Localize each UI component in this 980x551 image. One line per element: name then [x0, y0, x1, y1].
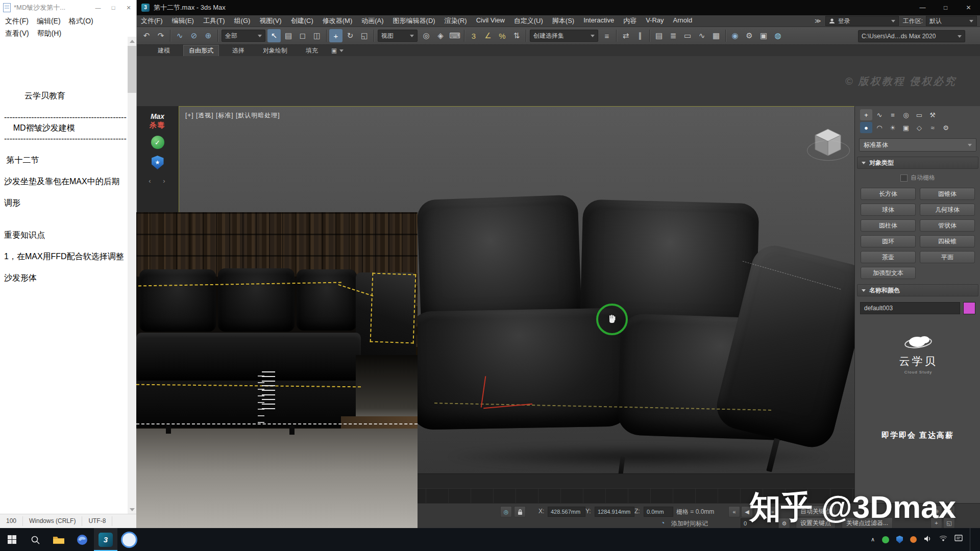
go-to-start-icon[interactable]: « [728, 506, 740, 517]
percent-snap-icon[interactable]: % [496, 29, 509, 42]
add-time-tag[interactable]: 添加时间标记 [671, 519, 708, 528]
primitive-button[interactable]: 球体 [861, 204, 916, 216]
primitive-button[interactable]: 圆锥体 [920, 188, 975, 200]
undo-icon[interactable]: ↶ [140, 29, 153, 42]
search-button[interactable] [23, 528, 47, 551]
y-coordinate-field[interactable]: 1284.914mm [595, 507, 634, 517]
virus-scan-icon[interactable]: ✓ [151, 136, 164, 149]
mirror-icon[interactable]: ⇄ [619, 29, 632, 42]
tab-populate[interactable]: 填充 [301, 45, 323, 56]
schematic-view-icon[interactable]: ▦ [709, 29, 723, 42]
menu-item[interactable]: V-Ray [641, 16, 668, 26]
scroll-up-icon[interactable] [130, 40, 135, 43]
render-production-icon[interactable]: ◍ [771, 29, 785, 42]
bind-to-space-warp-icon[interactable]: ⊕ [202, 29, 215, 42]
start-button[interactable] [0, 528, 23, 551]
primitive-button[interactable]: 圆柱体 [861, 219, 916, 232]
menu-item[interactable]: 编辑(E) [33, 15, 65, 28]
ribbon-toggle-icon[interactable]: ▭ [681, 29, 694, 42]
primitive-button[interactable]: 长方体 [861, 188, 916, 200]
keyboard-override-icon[interactable]: ⌨ [448, 29, 461, 42]
3dsmax-taskbar-button[interactable]: 3 [94, 528, 117, 551]
select-and-rotate-icon[interactable]: ↻ [344, 29, 357, 42]
notepad-titlebar[interactable]: *MD皱沙发第十... — □ ✕ [0, 0, 136, 15]
viewport-label[interactable]: [+] [透视] [标准] [默认明暗处理] [185, 111, 280, 120]
messenger-tray-icon[interactable] [882, 536, 889, 543]
object-name-field[interactable]: default003 [860, 302, 960, 314]
volume-icon[interactable] [924, 535, 932, 544]
align-icon[interactable]: ∥ [633, 29, 647, 42]
workspace-dropdown[interactable]: 默认 [926, 16, 977, 26]
snaps-toggle-icon[interactable]: 3 [467, 29, 480, 42]
edit-named-sets-icon[interactable]: ≡ [600, 29, 614, 42]
select-object-icon[interactable]: ↖ [267, 29, 281, 42]
display-tab-icon[interactable]: ▭ [913, 109, 925, 120]
z-coordinate-field[interactable]: 0.0mm [644, 507, 673, 517]
menu-item[interactable]: 视图(V) [255, 16, 286, 26]
primitive-button[interactable]: 平面 [920, 251, 975, 263]
plugin-nav-arrows[interactable]: ‹ › [136, 177, 179, 185]
browser-button[interactable] [70, 528, 94, 551]
close-button[interactable]: ✕ [121, 0, 136, 15]
menu-item[interactable]: Interactive [579, 16, 619, 26]
modify-tab-icon[interactable]: ∿ [873, 109, 886, 120]
menu-item[interactable]: 修改器(M) [318, 16, 357, 26]
vertical-scrollbar[interactable] [128, 37, 136, 514]
select-by-name-icon[interactable]: ▤ [282, 29, 295, 42]
create-tab-icon[interactable]: + [860, 109, 872, 120]
lights-icon[interactable]: ☀ [887, 122, 899, 133]
primitive-button[interactable]: 茶壶 [861, 251, 916, 263]
menu-item[interactable]: Civil View [472, 16, 509, 26]
selection-region-icon[interactable]: ◻ [296, 29, 309, 42]
scene-explorer-icon[interactable]: ▤ [652, 29, 666, 42]
autogrid-checkbox[interactable] [900, 174, 908, 182]
login-dropdown[interactable]: 登录 [825, 16, 899, 26]
menu-item[interactable]: 创建(C) [286, 16, 318, 26]
helpers-icon[interactable]: ◇ [913, 122, 925, 133]
menu-overflow-icon[interactable]: ≫ [815, 17, 821, 24]
select-and-scale-icon[interactable]: ◱ [358, 29, 371, 42]
reference-coordinate-dropdown[interactable]: 视图 [378, 30, 418, 42]
window-crossing-icon[interactable]: ◫ [310, 29, 324, 42]
autogrid-row[interactable]: 自动栅格 [855, 173, 980, 182]
menu-item[interactable]: Arnold [669, 16, 697, 26]
tray-expand-icon[interactable]: ∧ [871, 536, 875, 543]
menu-item[interactable]: 图形编辑器(D) [388, 16, 440, 26]
tab-object-paint[interactable]: 对象绘制 [258, 45, 292, 56]
project-path-dropdown[interactable]: C:\Users\Ad…ds Max 2020 [858, 30, 965, 42]
shapes-icon[interactable]: ◠ [873, 122, 886, 133]
network-icon[interactable] [939, 535, 947, 544]
angle-snap-icon[interactable]: ∠ [481, 29, 495, 42]
menu-item[interactable]: 文件(F) [1, 15, 33, 28]
shield-icon[interactable]: ★ [152, 156, 164, 169]
tab-selection[interactable]: 选择 [227, 45, 250, 56]
viewcube[interactable] [806, 122, 850, 165]
menu-item[interactable]: 渲染(R) [440, 16, 472, 26]
rendered-frame-icon[interactable]: ▣ [757, 29, 770, 42]
tab-modeling[interactable]: 建模 [153, 45, 175, 56]
hierarchy-tab-icon[interactable]: ≡ [887, 109, 899, 120]
menu-item[interactable]: 动画(A) [357, 16, 388, 26]
primitive-button[interactable]: 几何球体 [920, 204, 975, 216]
isolate-icon[interactable]: ◎ [500, 506, 512, 517]
maximize-button[interactable]: □ [934, 0, 957, 15]
scroll-down-icon[interactable] [130, 508, 135, 511]
selection-filter-dropdown[interactable]: 全部 [222, 30, 265, 42]
primitive-button[interactable]: 加强型文本 [861, 267, 916, 279]
select-and-link-icon[interactable]: ∿ [173, 29, 186, 42]
menu-item[interactable]: 文件(F) [136, 16, 167, 26]
name-color-rollout[interactable]: 名称和颜色 [857, 284, 978, 296]
space-warps-icon[interactable]: ≈ [926, 122, 939, 133]
tab-freeform[interactable]: 自由形式 [183, 45, 219, 57]
object-color-swatch[interactable] [963, 302, 975, 314]
menu-item[interactable]: 格式(O) [65, 15, 97, 28]
secondary-browser-button[interactable] [117, 528, 141, 551]
menu-item[interactable]: 工具(T) [199, 16, 230, 26]
security-tray-icon[interactable] [896, 536, 903, 543]
x-coordinate-field[interactable]: 428.567mm [548, 507, 585, 517]
primitive-button[interactable]: 四棱锥 [920, 235, 975, 247]
systems-icon[interactable]: ⚙ [940, 122, 952, 133]
update-tray-icon[interactable] [910, 536, 917, 543]
menu-item[interactable]: 内容 [619, 16, 641, 26]
scrollbar-thumb[interactable] [128, 46, 136, 93]
